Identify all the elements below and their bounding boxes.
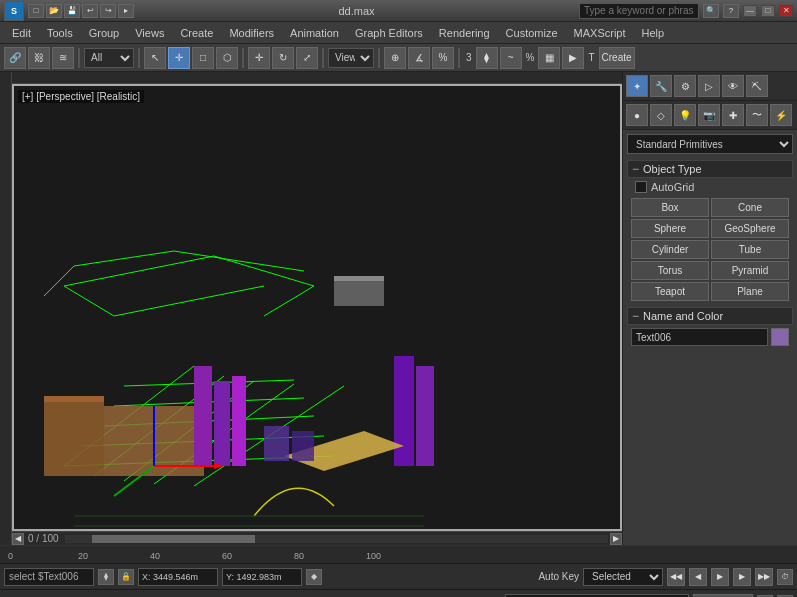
- viewport-scrollbar[interactable]: ◀ 0 / 100 ▶: [12, 531, 622, 545]
- create-panel-icon[interactable]: ✦: [626, 75, 648, 97]
- scene-svg: 百度经验 b: [14, 86, 620, 529]
- move-btn[interactable]: ✛: [248, 47, 270, 69]
- menu-modifiers[interactable]: Modifiers: [221, 25, 282, 41]
- sphere-btn[interactable]: Sphere: [631, 219, 709, 238]
- save-btn[interactable]: 💾: [64, 4, 80, 18]
- time-config-icon[interactable]: ⏱: [777, 569, 793, 585]
- tube-btn[interactable]: Tube: [711, 240, 789, 259]
- camera-icon[interactable]: 📷: [698, 104, 720, 126]
- y-coord-field[interactable]: [222, 568, 302, 586]
- menu-customize[interactable]: Customize: [498, 25, 566, 41]
- color-swatch[interactable]: [771, 328, 789, 346]
- sep5: [378, 48, 380, 68]
- cone-btn[interactable]: Cone: [711, 198, 789, 217]
- curve-btn[interactable]: ~: [500, 47, 522, 69]
- teapot-btn[interactable]: Teapot: [631, 282, 709, 301]
- filter-select[interactable]: All: [84, 48, 134, 68]
- menu-graph-editors[interactable]: Graph Editors: [347, 25, 431, 41]
- lock-icon[interactable]: 🔒: [118, 569, 134, 585]
- menu-rendering[interactable]: Rendering: [431, 25, 498, 41]
- key-timeline[interactable]: [505, 594, 689, 598]
- autogrid-checkbox[interactable]: [635, 181, 647, 193]
- viewport[interactable]: [+] [Perspective] [Realistic]: [12, 84, 622, 531]
- title-search-input[interactable]: [579, 3, 699, 19]
- new-btn[interactable]: □: [28, 4, 44, 18]
- play-btn[interactable]: ▶: [711, 568, 729, 586]
- render-btn[interactable]: ▶: [562, 47, 584, 69]
- command-input[interactable]: [4, 568, 94, 586]
- menu-edit[interactable]: Edit: [4, 25, 39, 41]
- scroll-left[interactable]: ◀: [12, 533, 24, 545]
- light-icon[interactable]: 💡: [674, 104, 696, 126]
- modify-panel-icon[interactable]: 🔧: [650, 75, 672, 97]
- menu-animation[interactable]: Animation: [282, 25, 347, 41]
- plane-btn[interactable]: Plane: [711, 282, 789, 301]
- torus-btn[interactable]: Torus: [631, 261, 709, 280]
- redo-btn[interactable]: ↪: [100, 4, 116, 18]
- shape-icon[interactable]: ◇: [650, 104, 672, 126]
- keyframe-btn[interactable]: ⧫: [476, 47, 498, 69]
- window-crossing-btn[interactable]: ⬡: [216, 47, 238, 69]
- open-btn[interactable]: 📂: [46, 4, 62, 18]
- menu-help[interactable]: Help: [634, 25, 673, 41]
- next-frame-btn[interactable]: ▶▶: [755, 568, 773, 586]
- prev-frame-btn[interactable]: ◀◀: [667, 568, 685, 586]
- menu-maxscript[interactable]: MAXScript: [566, 25, 634, 41]
- hierarchy-panel-icon[interactable]: ⚙: [674, 75, 696, 97]
- percent-snap-btn[interactable]: %: [432, 47, 454, 69]
- region-select-btn[interactable]: □: [192, 47, 214, 69]
- unlink-btn[interactable]: ⛓: [28, 47, 50, 69]
- primitive-type-dropdown[interactable]: Standard Primitives: [627, 134, 793, 154]
- object-name-input[interactable]: [631, 328, 768, 346]
- cylinder-btn[interactable]: Cylinder: [631, 240, 709, 259]
- menu-group[interactable]: Group: [81, 25, 128, 41]
- right-panel: ✦ 🔧 ⚙ ▷ 👁 ⛏ ● ◇ 💡 📷 ✚ 〜 ⚡ Standard Primi…: [622, 72, 797, 545]
- box-btn[interactable]: Box: [631, 198, 709, 217]
- coord-icon[interactable]: ◆: [306, 569, 322, 585]
- motion-panel-icon[interactable]: ▷: [698, 75, 720, 97]
- x-coord-field[interactable]: [138, 568, 218, 586]
- scroll-track[interactable]: [65, 535, 608, 543]
- view-select[interactable]: View: [328, 48, 374, 68]
- rotate-btn[interactable]: ↻: [272, 47, 294, 69]
- next-key-btn[interactable]: ▶: [733, 568, 751, 586]
- help-icon[interactable]: ?: [723, 4, 739, 18]
- link-btn[interactable]: 🔗: [4, 47, 26, 69]
- primitive-select[interactable]: Standard Primitives: [627, 134, 793, 154]
- system-icon[interactable]: ⚡: [770, 104, 792, 126]
- scale-btn[interactable]: ⤢: [296, 47, 318, 69]
- key-filters-btn[interactable]: Key Filters...: [693, 594, 753, 598]
- prev-key-btn[interactable]: ◀: [689, 568, 707, 586]
- helper-icon[interactable]: ✚: [722, 104, 744, 126]
- name-color-header[interactable]: − Name and Color: [627, 307, 793, 325]
- search-icon[interactable]: 🔍: [703, 4, 719, 18]
- pyramid-btn[interactable]: Pyramid: [711, 261, 789, 280]
- angle-snap-btn[interactable]: ∡: [408, 47, 430, 69]
- render-frame-btn[interactable]: ▦: [538, 47, 560, 69]
- minimize-btn[interactable]: —: [743, 5, 757, 17]
- selected-dropdown[interactable]: Selected: [583, 568, 663, 586]
- spacewarp-icon[interactable]: 〜: [746, 104, 768, 126]
- object-type-header[interactable]: − Object Type: [627, 160, 793, 178]
- menu-views[interactable]: Views: [127, 25, 172, 41]
- maximize-btn[interactable]: □: [761, 5, 775, 17]
- display-panel-icon[interactable]: 👁: [722, 75, 744, 97]
- close-btn[interactable]: ✕: [779, 5, 793, 17]
- menu-create[interactable]: Create: [172, 25, 221, 41]
- bind-btn[interactable]: ≋: [52, 47, 74, 69]
- keyframe-status-icon[interactable]: ⧫: [98, 569, 114, 585]
- snap-btn[interactable]: ⊕: [384, 47, 406, 69]
- autogrid-label: AutoGrid: [651, 181, 694, 193]
- create-btn[interactable]: Create: [599, 47, 635, 69]
- geometry-icon[interactable]: ●: [626, 104, 648, 126]
- scroll-thumb[interactable]: [92, 535, 255, 543]
- utility-panel-icon[interactable]: ⛏: [746, 75, 768, 97]
- undo-btn[interactable]: ↩: [82, 4, 98, 18]
- more-btn[interactable]: ▸: [118, 4, 134, 18]
- scroll-right[interactable]: ▶: [610, 533, 622, 545]
- select-move-btn[interactable]: ✛: [168, 47, 190, 69]
- geosphere-btn[interactable]: GeoSphere: [711, 219, 789, 238]
- svg-line-13: [64, 286, 114, 316]
- menu-tools[interactable]: Tools: [39, 25, 81, 41]
- select-btn[interactable]: ↖: [144, 47, 166, 69]
